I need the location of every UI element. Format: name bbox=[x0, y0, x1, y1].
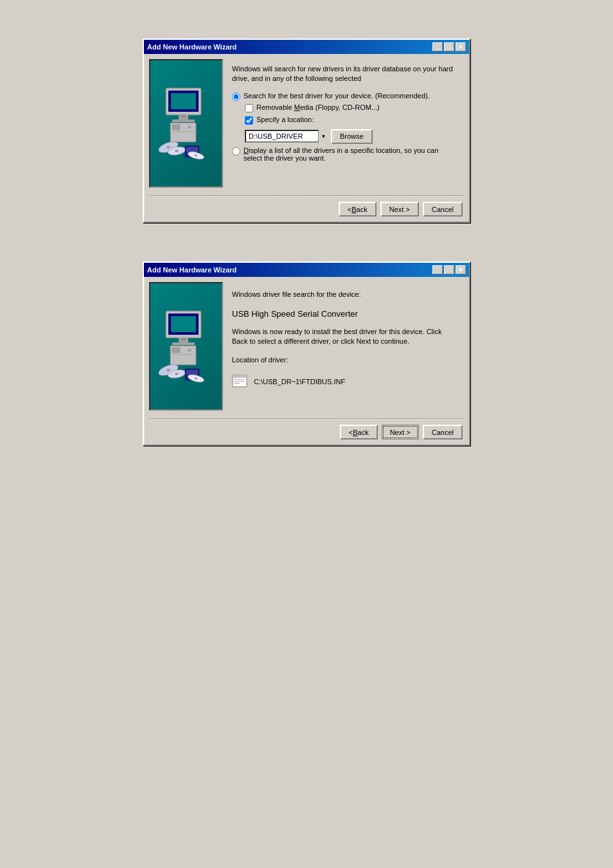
checkbox-removable: Removable Media (Floppy, CD-ROM...) bbox=[245, 103, 455, 112]
title-bar-text-2: Add New Hardware Wizard bbox=[147, 266, 236, 274]
title-bar-text-1: Add New Hardware Wizard bbox=[147, 43, 236, 51]
checkbox-specify: Specify a location: bbox=[245, 116, 455, 125]
radio-best-driver-label: Search for the best driver for your devi… bbox=[244, 92, 430, 100]
back-button-2[interactable]: < Back bbox=[340, 425, 378, 439]
removable-media-label: Removable Media (Floppy, CD-ROM...) bbox=[256, 103, 380, 111]
radio-item-2: Display a list of all the drivers in a s… bbox=[232, 146, 455, 162]
maximize-button-2[interactable]: □ bbox=[444, 265, 454, 274]
next-button-1[interactable]: Next > bbox=[380, 202, 419, 217]
svg-rect-6 bbox=[181, 116, 186, 117]
wizard-content-1: Windows will search for new drivers in i… bbox=[144, 54, 469, 193]
title-label-1: Add New Hardware Wizard bbox=[147, 43, 236, 51]
svg-rect-25 bbox=[171, 316, 196, 332]
device-name-label: USB High Speed Serial Converter bbox=[232, 308, 455, 320]
dropdown-row-1: D:\USB_DRIVER ▼ Browse bbox=[245, 129, 455, 144]
button-bar-1: < Back Next > Cancel bbox=[144, 197, 469, 222]
specify-location-label: Specify a location: bbox=[256, 116, 314, 123]
wizard-illustration-2 bbox=[149, 282, 223, 411]
title-bar-buttons-2: _ □ ✕ bbox=[432, 265, 466, 274]
cancel-button-1[interactable]: Cancel bbox=[423, 202, 463, 217]
driver-file-icon-wrapper bbox=[232, 375, 250, 389]
description-text-1: Windows will search for new drivers in i… bbox=[232, 64, 455, 84]
back-button-1[interactable]: < Back bbox=[339, 202, 377, 217]
svg-rect-9 bbox=[172, 131, 194, 132]
radio-display-list-label: Display a list of all the drivers in a s… bbox=[244, 146, 455, 162]
wizard-window-1: Add New Hardware Wizard _ □ ✕ bbox=[143, 39, 470, 223]
driver-location-area: C:\USB_DR~1\FTDIBUS.INF bbox=[232, 375, 455, 389]
title-bar-buttons-1: _ □ ✕ bbox=[432, 42, 466, 51]
radio-display-list[interactable] bbox=[232, 147, 240, 155]
wizard-right-2: Windows driver file search for the devic… bbox=[223, 282, 464, 411]
svg-rect-43 bbox=[234, 381, 244, 382]
title-bar-1: Add New Hardware Wizard _ □ ✕ bbox=[144, 40, 469, 54]
svg-rect-28 bbox=[172, 348, 180, 353]
svg-rect-26 bbox=[181, 339, 186, 340]
driver-path-select[interactable]: D:\USB_DRIVER bbox=[245, 130, 328, 143]
svg-rect-16 bbox=[186, 147, 198, 152]
location-label: Location of driver: bbox=[232, 355, 455, 365]
removable-underline: M bbox=[294, 103, 300, 111]
wizard-content-2: Windows driver file search for the devic… bbox=[144, 277, 469, 416]
close-button-1[interactable]: ✕ bbox=[456, 42, 466, 51]
browse-button-1[interactable]: Browse bbox=[331, 129, 373, 144]
svg-rect-44 bbox=[234, 383, 240, 384]
svg-rect-42 bbox=[234, 379, 244, 380]
svg-rect-41 bbox=[233, 375, 247, 378]
d-underline: D bbox=[244, 146, 249, 154]
wizard-body-1: Windows will search for new drivers in i… bbox=[144, 54, 469, 222]
title-label-2: Add New Hardware Wizard bbox=[147, 266, 236, 274]
driver-file-icon bbox=[232, 375, 250, 389]
driver-path-text: C:\USB_DR~1\FTDIBUS.INF bbox=[254, 378, 345, 385]
svg-rect-23 bbox=[172, 342, 195, 345]
svg-rect-5 bbox=[171, 93, 196, 109]
svg-rect-36 bbox=[186, 370, 198, 375]
title-bar-2: Add New Hardware Wizard _ □ ✕ bbox=[144, 263, 469, 277]
svg-point-10 bbox=[188, 126, 191, 128]
wizard-body-2: Windows driver file search for the devic… bbox=[144, 277, 469, 445]
description-text-2: Windows is now ready to install the best… bbox=[232, 327, 455, 347]
wizard-right-1: Windows will search for new drivers in i… bbox=[223, 59, 464, 188]
back-b-underline-2: B bbox=[353, 429, 357, 436]
sub-options-1: Removable Media (Floppy, CD-ROM...) Spec… bbox=[245, 103, 455, 144]
minimize-button-2[interactable]: _ bbox=[432, 265, 443, 274]
cancel-button-2[interactable]: Cancel bbox=[423, 425, 463, 439]
svg-rect-8 bbox=[172, 125, 180, 130]
radio-item-1: Search for the best driver for your devi… bbox=[232, 92, 455, 101]
wizard-window-2: Add New Hardware Wizard _ □ ✕ bbox=[143, 261, 470, 446]
svg-point-30 bbox=[188, 349, 191, 351]
close-button-2[interactable]: ✕ bbox=[456, 265, 466, 274]
removable-media-checkbox[interactable] bbox=[245, 104, 253, 112]
search-label: Windows driver file search for the devic… bbox=[232, 290, 455, 299]
maximize-button-1[interactable]: □ bbox=[444, 42, 454, 51]
radio-best-driver[interactable] bbox=[232, 93, 240, 101]
radio-group-1: Search for the best driver for your devi… bbox=[232, 92, 455, 162]
computer-illustration-2 bbox=[154, 305, 218, 388]
wizard-illustration-1 bbox=[149, 59, 223, 188]
specify-location-checkbox[interactable] bbox=[245, 116, 253, 125]
svg-rect-3 bbox=[172, 120, 195, 122]
svg-rect-29 bbox=[172, 354, 194, 355]
select-wrapper-1: D:\USB_DRIVER ▼ bbox=[245, 130, 328, 143]
back-b-underline: B bbox=[351, 206, 356, 213]
next-button-2[interactable]: Next > bbox=[382, 425, 419, 439]
button-bar-2: < Back Next > Cancel bbox=[144, 420, 469, 445]
computer-illustration-1 bbox=[154, 82, 218, 165]
minimize-button-1[interactable]: _ bbox=[432, 42, 443, 51]
